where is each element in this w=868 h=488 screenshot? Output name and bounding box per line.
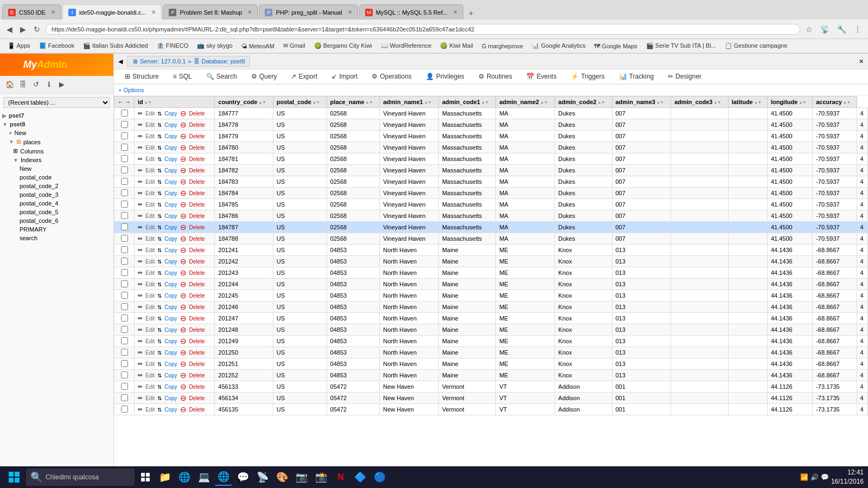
db-selector[interactable]: (Recent tables) ... xyxy=(3,97,110,108)
console-icon[interactable]: ▶ xyxy=(56,79,67,90)
delete-button[interactable]: Delete xyxy=(188,178,207,185)
edit-button[interactable]: Edit xyxy=(144,349,156,356)
lightroom-taskbar[interactable]: 📸 xyxy=(312,468,330,486)
copy-button[interactable]: Copy xyxy=(163,269,178,277)
delete-button[interactable]: Delete xyxy=(188,110,207,117)
row-checkbox[interactable] xyxy=(121,326,128,333)
sidebar-item-new[interactable]: + New xyxy=(0,129,113,137)
row-checkbox[interactable] xyxy=(121,132,128,139)
edit-button[interactable]: Edit xyxy=(144,258,156,265)
start-button[interactable] xyxy=(4,467,24,487)
edit-button[interactable]: Edit xyxy=(144,213,156,220)
skygo-bookmark[interactable]: 📺 sky skygo xyxy=(194,41,235,50)
copy-button[interactable]: Copy xyxy=(163,110,178,117)
edit-button[interactable]: Edit xyxy=(144,247,156,254)
kiwimail-bookmark[interactable]: 🥝 Kiwi Mail xyxy=(437,41,476,50)
ide50-taskbar[interactable]: 💻 xyxy=(195,468,213,486)
delete-button[interactable]: Delete xyxy=(188,133,207,140)
app9-taskbar[interactable]: 🔵 xyxy=(371,468,388,486)
bookmark-button[interactable]: ☆ xyxy=(803,24,815,35)
nav-right-icon[interactable]: → xyxy=(125,99,131,105)
tab-close-php[interactable]: ✕ xyxy=(348,9,352,15)
sidebar-item-postal-code[interactable]: postal_code xyxy=(0,173,113,182)
devtools-button[interactable]: 🔧 xyxy=(835,24,848,35)
edit-button[interactable]: Edit xyxy=(144,121,156,129)
edit-button[interactable]: Edit xyxy=(144,383,156,390)
gmail-bookmark[interactable]: ✉ Gmail xyxy=(280,41,309,50)
delete-button[interactable]: Delete xyxy=(188,292,207,299)
row-checkbox[interactable] xyxy=(121,212,128,219)
th-postal-code[interactable]: postal_code ▲▼ xyxy=(273,97,327,108)
tab-cs50ide[interactable]: C CS50 IDE ✕ xyxy=(2,4,61,20)
table-wrapper[interactable]: ← → id ▲▼ country_code xyxy=(114,96,868,467)
delete-button[interactable]: Delete xyxy=(188,269,207,277)
delete-button[interactable]: Delete xyxy=(188,361,207,368)
options-toggle[interactable]: + Options xyxy=(114,85,868,96)
copy-button[interactable]: Copy xyxy=(163,406,178,413)
edit-button[interactable]: Edit xyxy=(144,156,156,163)
tab-routines[interactable]: ⚙ Routines xyxy=(472,69,519,85)
edit-button[interactable]: Edit xyxy=(144,235,156,242)
copy-button[interactable]: Copy xyxy=(163,326,178,333)
chrome2-taskbar[interactable]: 🌐 xyxy=(215,468,232,486)
sidebar-item-new-index[interactable]: New xyxy=(0,164,113,173)
edit-button[interactable]: Edit xyxy=(144,224,156,231)
delete-button[interactable]: Delete xyxy=(188,190,207,197)
copy-button[interactable]: Copy xyxy=(163,247,178,254)
copy-button[interactable]: Copy xyxy=(163,213,178,220)
copy-button[interactable]: Copy xyxy=(163,258,178,265)
copy-button[interactable]: Copy xyxy=(163,224,178,231)
network-icon[interactable]: 📶 xyxy=(800,473,808,481)
sidebar-item-pset7[interactable]: ▶ pset7 xyxy=(0,111,113,120)
volume-icon[interactable]: 🔊 xyxy=(810,473,819,481)
edit-button[interactable]: Edit xyxy=(144,304,156,311)
edit-button[interactable]: Edit xyxy=(144,361,156,368)
tab-sql[interactable]: ≡ SQL xyxy=(167,69,199,85)
delete-button[interactable]: Delete xyxy=(188,338,207,345)
row-checkbox[interactable] xyxy=(121,394,128,401)
tab-close-mysql[interactable]: ✕ xyxy=(453,9,457,15)
delete-button[interactable]: Delete xyxy=(188,156,207,163)
task-view-button[interactable] xyxy=(137,468,154,486)
maps-bookmark[interactable]: 🗺 Google Maps xyxy=(591,42,640,50)
edit-button[interactable]: Edit xyxy=(144,372,156,379)
sidebar-item-columns[interactable]: ⊞ Columns xyxy=(0,146,113,156)
th-admin-code2[interactable]: admin_code2 ▲▼ xyxy=(555,97,612,108)
menu-button[interactable]: ⋮ xyxy=(852,24,864,35)
th-admin-name2[interactable]: admin_name2 ▲▼ xyxy=(496,97,555,108)
url-input[interactable] xyxy=(46,24,800,35)
tab-close-ide50[interactable]: ✕ xyxy=(151,9,156,15)
analytics-bookmark[interactable]: 📊 Google Analytics xyxy=(528,41,589,50)
tab-structure[interactable]: ⊞ Structure xyxy=(118,69,165,85)
gestione-bookmark[interactable]: 📋 Gestione campagne xyxy=(722,41,791,50)
sidebar-item-primary[interactable]: PRIMARY xyxy=(0,225,113,234)
row-checkbox[interactable] xyxy=(121,360,128,367)
delete-button[interactable]: Delete xyxy=(188,121,207,129)
edit-button[interactable]: Edit xyxy=(144,292,156,299)
filezilla-taskbar[interactable]: 📡 xyxy=(254,468,271,486)
copy-button[interactable]: Copy xyxy=(163,315,178,322)
close-server-icon[interactable]: ✕ xyxy=(859,58,864,65)
row-checkbox[interactable] xyxy=(121,292,128,299)
file-explorer-taskbar[interactable]: 📁 xyxy=(156,468,174,486)
delete-button[interactable]: Delete xyxy=(188,247,207,254)
chrome-taskbar[interactable]: 🌐 xyxy=(176,468,193,486)
edit-button[interactable]: Edit xyxy=(144,190,156,197)
delete-button[interactable]: Delete xyxy=(188,258,207,265)
back-button[interactable]: ◀ xyxy=(4,24,15,35)
th-admin-name3[interactable]: admin_name3 ▲▼ xyxy=(612,97,671,108)
camera-taskbar[interactable]: 📷 xyxy=(293,468,310,486)
edit-button[interactable]: Edit xyxy=(144,133,156,140)
row-checkbox[interactable] xyxy=(121,189,128,196)
database-icon[interactable]: 🗄 xyxy=(17,79,28,90)
copy-button[interactable]: Copy xyxy=(163,395,178,402)
action-center-icon[interactable]: 💬 xyxy=(821,473,829,481)
row-checkbox[interactable] xyxy=(121,121,128,128)
edit-button[interactable]: Edit xyxy=(144,269,156,277)
th-admin-code3[interactable]: admin_code3 ▲▼ xyxy=(671,97,728,108)
row-checkbox[interactable] xyxy=(121,110,128,117)
cortana-search[interactable]: 🔍 Chiedimi qualcosa xyxy=(26,468,135,486)
delete-button[interactable]: Delete xyxy=(188,349,207,356)
edit-button[interactable]: Edit xyxy=(144,110,156,117)
new-tab-button[interactable]: + xyxy=(464,7,477,20)
